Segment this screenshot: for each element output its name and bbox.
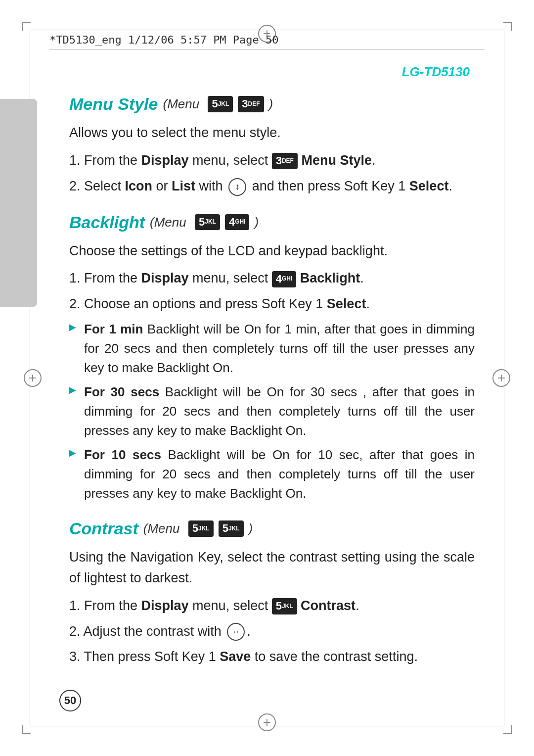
contrast-item-3: 3. Then press Soft Key 1 Save to save th… (69, 647, 475, 667)
key-5jkl-3: 5JKL (188, 520, 214, 537)
backlight-title: Backlight (69, 213, 145, 232)
contrast-menu-label: (Menu (143, 521, 183, 536)
nav-updown-icon: ↕ (228, 178, 246, 196)
nav-lr-icon: ↔ (227, 623, 245, 641)
backlight-close-paren: ) (254, 215, 259, 230)
menu-style-body: Allows you to select the menu style. (69, 123, 475, 143)
main-content: LG-TD5130 Menu Style (Menu 5JKL 3DEF ) A… (59, 54, 485, 707)
header-text: *TD5130_eng 1/12/06 5:57 PM Page 50 (49, 34, 485, 46)
backlight-item-1: 1. From the Display menu, select 4GHI Ba… (69, 268, 475, 289)
brand-title: LG-TD5130 (69, 64, 475, 80)
section-backlight: Backlight (Menu 5JKL 4GHI ) Choose the s… (69, 213, 475, 504)
contrast-item-2: 2. Adjust the contrast with ↔. (69, 621, 475, 642)
key-5jkl-4: 5JKL (219, 520, 244, 537)
reg-mark-right (492, 369, 510, 387)
left-tab (0, 99, 37, 307)
contrast-close-paren: ) (249, 521, 253, 536)
key-5jkl-1: 5JKL (208, 96, 233, 112)
backlight-body: Choose the settings of the LCD and keypa… (69, 241, 475, 262)
reg-mark-left (24, 369, 42, 387)
corner-mark-tl (22, 22, 31, 31)
reg-mark-bottom (258, 713, 276, 731)
backlight-heading: Backlight (Menu 5JKL 4GHI ) (69, 213, 475, 232)
menu-style-heading: Menu Style (Menu 5JKL 3DEF ) (69, 94, 475, 114)
menu-style-close-paren: ) (269, 96, 273, 112)
menu-style-item-1: 1. From the Display menu, select 3DEF Me… (69, 150, 475, 171)
key-4ghi: 4GHI (225, 214, 250, 231)
header-label: *TD5130_eng 1/12/06 5:57 PM Page 50 (49, 34, 279, 46)
backlight-bullet-1: For 1 min Backlight will be On for 1 min… (69, 320, 475, 378)
backlight-bullet-3: For 10 secs Backlight will be On for 10 … (69, 445, 475, 503)
corner-mark-br (503, 725, 512, 734)
backlight-menu-label: (Menu (150, 215, 190, 230)
key-3def: 3DEF (238, 96, 264, 112)
backlight-bullet-2: For 30 secs Backlight will be On for 30 … (69, 382, 475, 440)
menu-style-item-2: 2. Select Icon or List with ↕ and then p… (69, 176, 475, 197)
corner-mark-bl (22, 725, 31, 734)
key-5jkl-2: 5JKL (195, 214, 220, 231)
section-menu-style: Menu Style (Menu 5JKL 3DEF ) Allows you … (69, 94, 475, 197)
key-4ghi-inline: 4GHI (272, 271, 297, 287)
backlight-item-2: 2. Choose an options and press Soft Key … (69, 294, 475, 315)
section-contrast: Contrast (Menu 5JKL 5JKL ) Using the Nav… (69, 519, 475, 667)
menu-style-title: Menu Style (69, 94, 158, 113)
key-3def-inline: 3DEF (272, 153, 298, 169)
key-5jkl-inline: 5JKL (272, 598, 297, 614)
contrast-body: Using the Navigation Key, select the con… (69, 547, 475, 589)
contrast-item-1: 1. From the Display menu, select 5JKL Co… (69, 596, 475, 616)
corner-mark-tr (503, 22, 512, 31)
menu-style-menu-label: (Menu (163, 96, 203, 112)
contrast-title: Contrast (69, 519, 138, 538)
contrast-heading: Contrast (Menu 5JKL 5JKL ) (69, 519, 475, 538)
header-rule (49, 49, 485, 50)
